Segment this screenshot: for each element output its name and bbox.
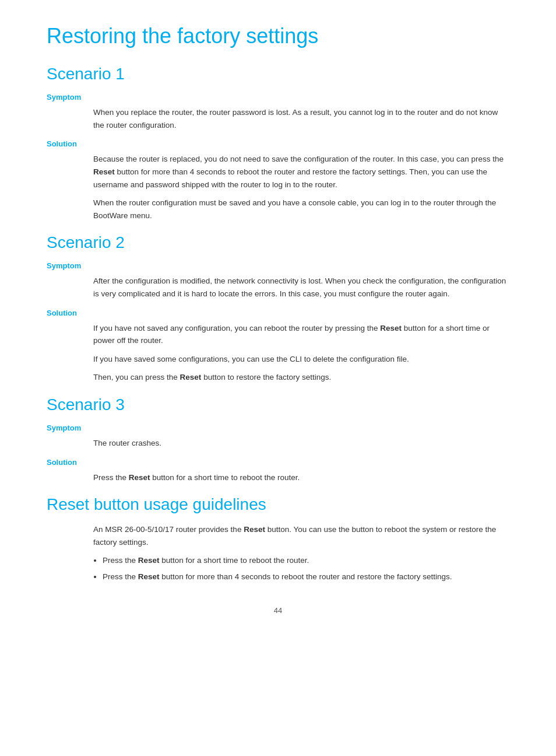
scenario3-heading: Scenario 3 bbox=[47, 396, 509, 414]
scenario2-solution-para3: Then, you can press the Reset button to … bbox=[93, 371, 509, 384]
scenario3-solution-label: Solution bbox=[47, 458, 509, 467]
reset-section-heading: Reset button usage guidelines bbox=[47, 495, 509, 514]
scenario1-solution-para1: Because the router is replaced, you do n… bbox=[93, 153, 509, 191]
scenario1-symptom-label: Symptom bbox=[47, 93, 509, 102]
scenario1-block: Scenario 1 Symptom When you replace the … bbox=[47, 65, 509, 222]
page-number: 44 bbox=[47, 606, 509, 615]
reset-intro: An MSR 26-00-5/10/17 router provides the… bbox=[93, 523, 509, 548]
scenario2-solution-para2: If you have saved some configurations, y… bbox=[93, 353, 509, 366]
scenario3-solution-para1: Press the Reset button for a short time … bbox=[93, 471, 509, 484]
scenario3-symptom-text: The router crashes. bbox=[93, 437, 509, 450]
page-title: Restoring the factory settings bbox=[47, 23, 509, 48]
scenario2-block: Scenario 2 Symptom After the configurati… bbox=[47, 233, 509, 384]
scenario3-symptom-label: Symptom bbox=[47, 424, 509, 432]
scenario1-heading: Scenario 1 bbox=[47, 65, 509, 83]
reset-bullet-list: Press the Reset button for a short time … bbox=[103, 554, 509, 583]
scenario2-solution-label: Solution bbox=[47, 309, 509, 317]
scenario3-block: Scenario 3 Symptom The router crashes. S… bbox=[47, 396, 509, 484]
scenario2-symptom-text: After the configuration is modified, the… bbox=[93, 275, 509, 300]
scenario2-symptom-label: Symptom bbox=[47, 261, 509, 270]
scenario2-heading: Scenario 2 bbox=[47, 233, 509, 252]
scenario1-solution-label: Solution bbox=[47, 139, 509, 148]
scenario1-solution-para2: When the router configuration must be sa… bbox=[93, 197, 509, 222]
reset-bullet1: Press the Reset button for a short time … bbox=[103, 554, 509, 567]
reset-bullet2: Press the Reset button for more than 4 s… bbox=[103, 570, 509, 583]
reset-section-block: Reset button usage guidelines An MSR 26-… bbox=[47, 495, 509, 583]
page-container: Restoring the factory settings Scenario … bbox=[0, 0, 556, 650]
scenario1-symptom-text: When you replace the router, the router … bbox=[93, 106, 509, 131]
scenario2-solution-para1: If you have not saved any configuration,… bbox=[93, 322, 509, 347]
